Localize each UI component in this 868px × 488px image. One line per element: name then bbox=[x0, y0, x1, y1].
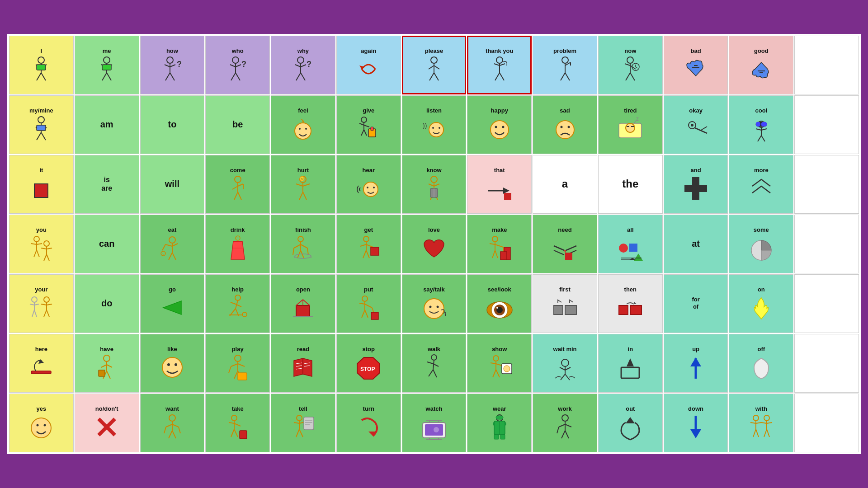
cell-come[interactable]: come bbox=[205, 155, 270, 214]
cell-turn[interactable]: turn bbox=[336, 394, 401, 452]
cell-give[interactable]: give bbox=[336, 95, 401, 154]
cell-with[interactable]: with bbox=[729, 394, 793, 452]
cell-have[interactable]: have bbox=[75, 334, 139, 393]
cell-show[interactable]: show bbox=[467, 334, 532, 393]
cell-be[interactable]: be bbox=[205, 95, 270, 154]
cell-put[interactable]: put bbox=[336, 274, 401, 333]
cell-am[interactable]: am bbox=[75, 95, 139, 154]
cell-why[interactable]: why ? bbox=[271, 36, 335, 94]
cell-feel[interactable]: feel bbox=[271, 95, 335, 154]
svg-line-360 bbox=[559, 424, 565, 427]
svg-line-25 bbox=[231, 73, 236, 80]
cell-here[interactable]: here bbox=[9, 334, 74, 393]
cell-tired[interactable]: tired z z bbox=[598, 95, 663, 154]
cell-you[interactable]: you bbox=[9, 215, 74, 273]
cell-read[interactable]: read bbox=[271, 334, 335, 393]
cell-out[interactable]: out bbox=[598, 394, 663, 452]
cell-go[interactable]: go bbox=[140, 274, 205, 333]
cell-it[interactable]: it bbox=[9, 155, 74, 214]
cell-then[interactable]: then bbox=[598, 274, 663, 333]
cell-sad[interactable]: sad bbox=[533, 95, 597, 154]
cell-good[interactable]: good bbox=[729, 36, 793, 94]
cell-please[interactable]: please bbox=[402, 36, 467, 94]
cell-see-look[interactable]: see/look bbox=[467, 274, 532, 333]
svg-line-284 bbox=[427, 362, 433, 364]
cell-again[interactable]: again bbox=[336, 36, 401, 94]
cell-okay[interactable]: okay bbox=[664, 95, 728, 154]
cell-love[interactable]: love bbox=[402, 215, 467, 273]
svg-rect-185 bbox=[371, 247, 379, 255]
svg-line-293 bbox=[496, 370, 500, 377]
cell-eat[interactable]: eat ○ bbox=[140, 215, 205, 273]
cell-finish[interactable]: finish bbox=[271, 215, 335, 273]
cell-do[interactable]: do bbox=[75, 274, 139, 333]
cell-cool[interactable]: cool bbox=[729, 95, 793, 154]
svg-rect-112 bbox=[756, 122, 760, 127]
cell-off[interactable]: off bbox=[729, 334, 793, 393]
cell-thank-you[interactable]: thank you bbox=[467, 36, 532, 94]
svg-line-292 bbox=[493, 370, 496, 377]
cell-in[interactable]: in bbox=[598, 334, 663, 393]
cell-how[interactable]: how ? bbox=[140, 36, 205, 94]
svg-line-335 bbox=[299, 429, 303, 437]
cell-problem[interactable]: problem bbox=[533, 36, 597, 94]
svg-line-373 bbox=[756, 429, 759, 437]
cell-play[interactable]: play bbox=[205, 334, 270, 393]
cell-to[interactable]: to bbox=[140, 95, 205, 154]
cell-all[interactable]: all bbox=[598, 215, 663, 273]
cell-want[interactable]: want bbox=[140, 394, 205, 452]
cell-a[interactable]: a bbox=[533, 155, 597, 214]
cell-at[interactable]: at bbox=[664, 215, 728, 273]
cell-open[interactable]: open bbox=[271, 274, 335, 333]
cell-my-mine[interactable]: my/mine bbox=[9, 95, 74, 154]
svg-line-321 bbox=[169, 431, 172, 438]
cell-and[interactable]: and bbox=[664, 155, 728, 214]
cell-up[interactable]: up bbox=[664, 334, 728, 393]
cell-take[interactable]: take bbox=[205, 394, 270, 452]
cell-now[interactable]: now bbox=[598, 36, 663, 94]
cell-some[interactable]: some bbox=[729, 215, 793, 273]
cell-get[interactable]: get bbox=[336, 215, 401, 273]
cell-help[interactable]: help bbox=[205, 274, 270, 333]
cell-like[interactable]: like bbox=[140, 334, 205, 393]
cell-make[interactable]: make bbox=[467, 215, 532, 273]
cell-listen[interactable]: listen )) bbox=[402, 95, 467, 154]
cell-wear[interactable]: wear bbox=[467, 394, 532, 452]
cell-for-of[interactable]: for of bbox=[664, 274, 728, 333]
svg-point-323 bbox=[231, 415, 237, 421]
cell-more[interactable]: more bbox=[729, 155, 793, 214]
cell-walk[interactable]: walk bbox=[402, 334, 467, 393]
cell-stop[interactable]: stop STOP bbox=[336, 334, 401, 393]
cell-bad[interactable]: bad bbox=[664, 36, 728, 94]
cell-empty-2-12 bbox=[794, 155, 859, 214]
cell-down[interactable]: down bbox=[664, 394, 728, 452]
cell-no-dont[interactable]: no/don't bbox=[75, 394, 139, 452]
cell-wait-min[interactable]: wait min bbox=[533, 334, 597, 393]
cell-yes[interactable]: yes bbox=[9, 394, 74, 452]
cell-will[interactable]: will bbox=[140, 155, 205, 214]
cell-who[interactable]: who ? bbox=[205, 36, 270, 94]
cell-first[interactable]: first bbox=[533, 274, 597, 333]
cell-can[interactable]: can bbox=[75, 215, 139, 273]
cell-hurt[interactable]: hurt 😣 bbox=[271, 155, 335, 214]
cell-I[interactable]: I bbox=[9, 36, 74, 94]
svg-point-132 bbox=[431, 176, 437, 183]
svg-line-270 bbox=[229, 366, 231, 373]
cell-work[interactable]: work bbox=[533, 394, 597, 452]
cell-hear[interactable]: hear bbox=[336, 155, 401, 214]
cell-drink[interactable]: drink ○ bbox=[205, 215, 270, 273]
svg-line-39 bbox=[434, 66, 439, 69]
cell-need[interactable]: need bbox=[533, 215, 597, 273]
cell-watch[interactable]: watch bbox=[402, 394, 467, 452]
cell-happy[interactable]: happy bbox=[467, 95, 532, 154]
cell-me[interactable]: me bbox=[75, 36, 139, 94]
cell-your[interactable]: your bbox=[9, 274, 74, 333]
cell-say-talk[interactable]: say/talk bbox=[402, 274, 467, 333]
cell-on[interactable]: on bbox=[729, 274, 793, 333]
svg-text:STOP: STOP bbox=[360, 366, 375, 372]
cell-the[interactable]: the bbox=[598, 155, 663, 214]
cell-that[interactable]: that bbox=[467, 155, 532, 214]
cell-tell[interactable]: tell bbox=[271, 394, 335, 452]
cell-know[interactable]: know bbox=[402, 155, 467, 214]
cell-is-are[interactable]: is are bbox=[75, 155, 139, 214]
